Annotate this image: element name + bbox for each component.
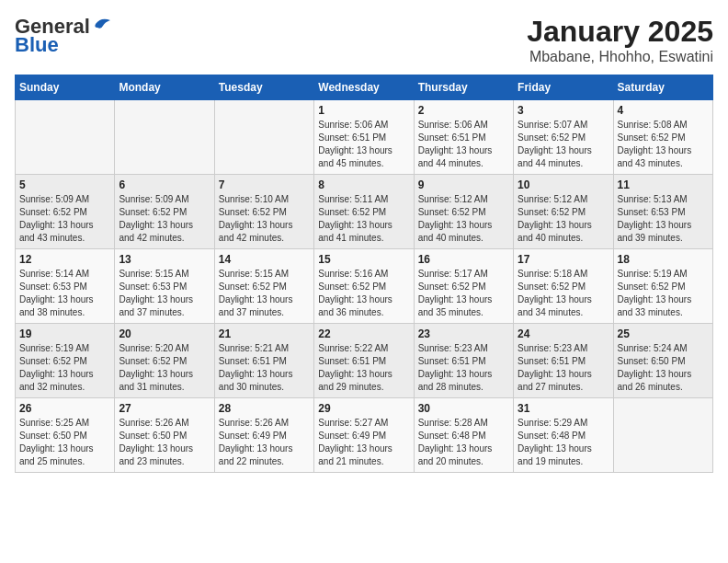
table-row: 20 Sunrise: 5:20 AM Sunset: 6:52 PM Dayl… xyxy=(115,324,214,398)
daylight-hours: Daylight: 13 hours and 43 minutes. xyxy=(19,220,94,243)
day-number: 31 xyxy=(518,402,609,415)
calendar-week-2: 5 Sunrise: 5:09 AM Sunset: 6:52 PM Dayli… xyxy=(16,175,713,249)
sunset-time: Sunset: 6:52 PM xyxy=(618,282,686,292)
daylight-hours: Daylight: 13 hours and 41 minutes. xyxy=(318,220,392,243)
day-info: Sunrise: 5:08 AM Sunset: 6:52 PM Dayligh… xyxy=(618,119,709,170)
sunset-time: Sunset: 6:51 PM xyxy=(219,356,287,366)
sunset-time: Sunset: 6:50 PM xyxy=(19,431,87,441)
sunrise-time: Sunrise: 5:23 AM xyxy=(518,343,587,353)
table-row: 26 Sunrise: 5:25 AM Sunset: 6:50 PM Dayl… xyxy=(16,398,115,473)
daylight-hours: Daylight: 13 hours and 39 minutes. xyxy=(618,220,692,243)
sunrise-time: Sunrise: 5:15 AM xyxy=(119,269,188,279)
table-row: 15 Sunrise: 5:16 AM Sunset: 6:52 PM Dayl… xyxy=(314,249,414,324)
daylight-hours: Daylight: 13 hours and 38 minutes. xyxy=(19,294,94,317)
day-info: Sunrise: 5:26 AM Sunset: 6:50 PM Dayligh… xyxy=(119,417,210,468)
day-number: 17 xyxy=(518,253,609,266)
table-row: 13 Sunrise: 5:15 AM Sunset: 6:53 PM Dayl… xyxy=(115,249,214,324)
day-number: 4 xyxy=(618,104,709,117)
table-row: 19 Sunrise: 5:19 AM Sunset: 6:52 PM Dayl… xyxy=(16,324,115,398)
table-row xyxy=(214,100,313,175)
day-number: 16 xyxy=(418,253,509,266)
daylight-hours: Daylight: 13 hours and 45 minutes. xyxy=(318,145,392,168)
sunrise-time: Sunrise: 5:26 AM xyxy=(219,418,289,428)
daylight-hours: Daylight: 13 hours and 22 minutes. xyxy=(219,443,293,466)
day-number: 11 xyxy=(618,178,709,191)
day-number: 12 xyxy=(19,253,110,266)
day-number: 10 xyxy=(518,178,609,191)
day-info: Sunrise: 5:11 AM Sunset: 6:52 PM Dayligh… xyxy=(318,193,409,245)
sunrise-time: Sunrise: 5:22 AM xyxy=(318,343,388,353)
table-row: 16 Sunrise: 5:17 AM Sunset: 6:52 PM Dayl… xyxy=(414,249,513,324)
day-info: Sunrise: 5:09 AM Sunset: 6:52 PM Dayligh… xyxy=(119,193,210,245)
sunrise-time: Sunrise: 5:09 AM xyxy=(19,194,89,204)
calendar-title: January 2025 xyxy=(527,15,713,49)
daylight-hours: Daylight: 13 hours and 44 minutes. xyxy=(518,145,592,168)
day-info: Sunrise: 5:15 AM Sunset: 6:53 PM Dayligh… xyxy=(119,268,210,319)
calendar-week-5: 26 Sunrise: 5:25 AM Sunset: 6:50 PM Dayl… xyxy=(16,398,713,473)
day-info: Sunrise: 5:12 AM Sunset: 6:52 PM Dayligh… xyxy=(518,193,609,245)
sunset-time: Sunset: 6:52 PM xyxy=(418,207,486,217)
table-row: 7 Sunrise: 5:10 AM Sunset: 6:52 PM Dayli… xyxy=(214,175,313,249)
daylight-hours: Daylight: 13 hours and 42 minutes. xyxy=(219,220,293,243)
sunset-time: Sunset: 6:52 PM xyxy=(518,132,586,143)
daylight-hours: Daylight: 13 hours and 35 minutes. xyxy=(418,294,493,317)
calendar-subtitle: Mbabane, Hhohho, Eswatini xyxy=(527,49,713,65)
day-info: Sunrise: 5:06 AM Sunset: 6:51 PM Dayligh… xyxy=(418,119,509,170)
daylight-hours: Daylight: 13 hours and 42 minutes. xyxy=(119,220,193,243)
table-row: 28 Sunrise: 5:26 AM Sunset: 6:49 PM Dayl… xyxy=(214,398,313,473)
daylight-hours: Daylight: 13 hours and 40 minutes. xyxy=(418,220,493,243)
logo-blue-text: Blue xyxy=(15,33,59,57)
day-info: Sunrise: 5:19 AM Sunset: 6:52 PM Dayligh… xyxy=(19,342,110,394)
day-number: 28 xyxy=(219,402,310,415)
table-row: 17 Sunrise: 5:18 AM Sunset: 6:52 PM Dayl… xyxy=(514,249,613,324)
sunrise-time: Sunrise: 5:23 AM xyxy=(418,343,488,353)
day-number: 5 xyxy=(19,178,110,191)
day-number: 13 xyxy=(119,253,210,266)
day-number: 22 xyxy=(318,327,409,340)
sunrise-time: Sunrise: 5:13 AM xyxy=(618,194,688,204)
sunset-time: Sunset: 6:51 PM xyxy=(418,132,486,143)
sunset-time: Sunset: 6:52 PM xyxy=(618,132,686,143)
sunrise-time: Sunrise: 5:06 AM xyxy=(318,120,388,130)
sunrise-time: Sunrise: 5:06 AM xyxy=(418,120,488,130)
calendar-table: Sunday Monday Tuesday Wednesday Thursday… xyxy=(15,75,713,473)
day-info: Sunrise: 5:16 AM Sunset: 6:52 PM Dayligh… xyxy=(318,268,409,319)
sunset-time: Sunset: 6:51 PM xyxy=(318,132,386,143)
daylight-hours: Daylight: 13 hours and 31 minutes. xyxy=(119,369,193,392)
day-info: Sunrise: 5:12 AM Sunset: 6:52 PM Dayligh… xyxy=(418,193,509,245)
sunrise-time: Sunrise: 5:21 AM xyxy=(219,343,289,353)
day-number: 26 xyxy=(19,402,110,415)
daylight-hours: Daylight: 13 hours and 20 minutes. xyxy=(418,443,493,466)
sunset-time: Sunset: 6:52 PM xyxy=(219,207,287,217)
table-row: 25 Sunrise: 5:24 AM Sunset: 6:50 PM Dayl… xyxy=(613,324,712,398)
day-number: 23 xyxy=(418,327,509,340)
day-number: 29 xyxy=(318,402,409,415)
table-row: 18 Sunrise: 5:19 AM Sunset: 6:52 PM Dayl… xyxy=(613,249,712,324)
day-info: Sunrise: 5:23 AM Sunset: 6:51 PM Dayligh… xyxy=(418,342,509,394)
sunset-time: Sunset: 6:52 PM xyxy=(318,207,386,217)
daylight-hours: Daylight: 13 hours and 43 minutes. xyxy=(618,145,692,168)
day-info: Sunrise: 5:09 AM Sunset: 6:52 PM Dayligh… xyxy=(19,193,110,245)
day-number: 25 xyxy=(618,327,709,340)
day-number: 9 xyxy=(418,178,509,191)
day-number: 7 xyxy=(219,178,310,191)
sunset-time: Sunset: 6:53 PM xyxy=(19,282,87,292)
sunset-time: Sunset: 6:51 PM xyxy=(318,356,386,366)
table-row xyxy=(16,100,115,175)
day-number: 3 xyxy=(518,104,609,117)
sunrise-time: Sunrise: 5:27 AM xyxy=(318,418,388,428)
calendar-week-4: 19 Sunrise: 5:19 AM Sunset: 6:52 PM Dayl… xyxy=(16,324,713,398)
sunrise-time: Sunrise: 5:07 AM xyxy=(518,120,587,130)
day-number: 8 xyxy=(318,178,409,191)
day-info: Sunrise: 5:28 AM Sunset: 6:48 PM Dayligh… xyxy=(418,417,509,468)
day-number: 27 xyxy=(119,402,210,415)
day-info: Sunrise: 5:23 AM Sunset: 6:51 PM Dayligh… xyxy=(518,342,609,394)
day-info: Sunrise: 5:22 AM Sunset: 6:51 PM Dayligh… xyxy=(318,342,409,394)
title-block: January 2025 Mbabane, Hhohho, Eswatini xyxy=(527,15,713,65)
page-header: General Blue January 2025 Mbabane, Hhohh… xyxy=(15,15,713,65)
table-row: 2 Sunrise: 5:06 AM Sunset: 6:51 PM Dayli… xyxy=(414,100,513,175)
day-info: Sunrise: 5:15 AM Sunset: 6:52 PM Dayligh… xyxy=(219,268,310,319)
sunrise-time: Sunrise: 5:18 AM xyxy=(518,269,587,279)
daylight-hours: Daylight: 13 hours and 33 minutes. xyxy=(618,294,692,317)
calendar-week-1: 1 Sunrise: 5:06 AM Sunset: 6:51 PM Dayli… xyxy=(16,100,713,175)
